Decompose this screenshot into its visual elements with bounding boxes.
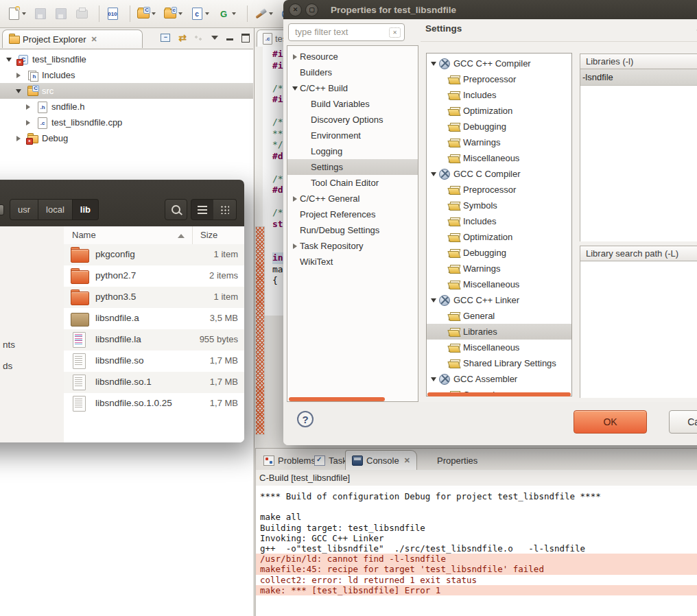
settings-node-miscellaneous[interactable]: Miscellaneous bbox=[427, 150, 571, 166]
breadcrumb-local[interactable]: local bbox=[38, 199, 73, 220]
view-menu-icon[interactable] bbox=[211, 36, 218, 40]
tab-project-explorer[interactable]: Project Explorer ✕ bbox=[2, 29, 143, 48]
category-run-debug-settings[interactable]: Run/Debug Settings bbox=[287, 222, 418, 238]
category-discovery-options[interactable]: Discovery Options bbox=[287, 112, 418, 128]
file-row-libsndfile-so[interactable]: libsndfile.so1,7 MB bbox=[64, 351, 244, 372]
sidebar-item[interactable]: nts bbox=[3, 340, 15, 350]
tree-arrow-icon[interactable] bbox=[14, 89, 23, 93]
tree-item-debug[interactable]: xDebug bbox=[0, 130, 253, 146]
search-button[interactable] bbox=[165, 199, 187, 220]
settings-node-warnings[interactable]: Warnings bbox=[427, 134, 571, 150]
tree-item-test-libsndfile[interactable]: Cxtest_libsndfile bbox=[0, 51, 253, 67]
category-tool-chain-editor[interactable]: Tool Chain Editor bbox=[287, 175, 418, 191]
settings-node-gcc-assembler[interactable]: GCC Assembler bbox=[427, 371, 571, 387]
category-task-repository[interactable]: Task Repository bbox=[287, 238, 418, 254]
settings-node-general[interactable]: General bbox=[427, 308, 571, 324]
breadcrumb-lib[interactable]: lib bbox=[73, 199, 99, 220]
tree-arrow-icon[interactable] bbox=[428, 377, 439, 381]
minimize-icon[interactable] bbox=[226, 38, 233, 40]
link-with-editor-icon[interactable]: ⇄ bbox=[178, 32, 185, 43]
category-wikitext[interactable]: WikiText bbox=[287, 254, 418, 270]
column-name[interactable]: Name bbox=[72, 230, 96, 240]
column-size[interactable]: Size bbox=[200, 230, 217, 240]
settings-node-includes[interactable]: Includes bbox=[427, 87, 571, 103]
settings-node-gcc-c-linker[interactable]: GCC C++ Linker bbox=[427, 292, 571, 308]
settings-node-debugging[interactable]: Debugging bbox=[427, 119, 571, 134]
left-tree-hscrollbar[interactable] bbox=[289, 397, 385, 401]
settings-node-miscellaneous[interactable]: Miscellaneous bbox=[427, 276, 571, 292]
tree-item-test-libsndfile-cpp[interactable]: .ctest_libsndfile.cpp bbox=[0, 115, 253, 130]
new-cpp-project-button[interactable]: C bbox=[135, 5, 158, 22]
library-entry[interactable]: -lsndfile bbox=[580, 69, 697, 86]
new-wizard-dropdown-icon[interactable] bbox=[22, 12, 26, 15]
debug-configurations-button[interactable]: G bbox=[215, 5, 238, 22]
ok-button[interactable]: OK bbox=[574, 410, 647, 434]
settings-node-optimization[interactable]: Optimization bbox=[427, 103, 571, 119]
dialog-titlebar[interactable]: ✕ ▢ Properties for test_libsndfile bbox=[283, 0, 697, 19]
new-cpp-project-dropdown-icon[interactable] bbox=[152, 12, 156, 15]
category-build-variables[interactable]: Build Variables bbox=[287, 96, 418, 112]
binary-counter-button[interactable]: 010 bbox=[104, 5, 121, 22]
filter-input[interactable] bbox=[294, 26, 386, 38]
search-path-list[interactable] bbox=[580, 261, 697, 398]
settings-node-warnings[interactable]: Warnings bbox=[427, 261, 571, 276]
maximize-icon[interactable] bbox=[241, 34, 250, 43]
window-maximize-icon[interactable]: ▢ bbox=[305, 3, 318, 16]
category-environment[interactable]: Environment bbox=[287, 128, 418, 143]
category-c-c-build[interactable]: C/C++ Build bbox=[287, 80, 418, 96]
file-row-libsndfile-a[interactable]: libsndfile.a3,5 MB bbox=[64, 308, 244, 329]
file-row-python2-7[interactable]: python2.72 items bbox=[64, 265, 244, 287]
console-output[interactable]: **** Build of configuration Debug for pr… bbox=[256, 486, 697, 616]
settings-node-symbols[interactable]: Symbols bbox=[427, 198, 571, 213]
tree-arrow-icon[interactable] bbox=[23, 104, 33, 110]
tree-arrow-icon[interactable] bbox=[290, 54, 300, 60]
settings-node-libraries[interactable]: Libraries bbox=[427, 324, 571, 340]
help-button[interactable]: ? bbox=[297, 411, 314, 427]
list-view-button[interactable] bbox=[191, 199, 214, 220]
cancel-button[interactable]: Cancel bbox=[669, 410, 697, 434]
tree-arrow-icon[interactable] bbox=[14, 136, 23, 141]
disk-icon[interactable] bbox=[0, 204, 4, 215]
category-resource[interactable]: Resource bbox=[287, 49, 418, 64]
settings-node-preprocessor[interactable]: Preprocessor bbox=[427, 182, 571, 198]
tab-close-icon[interactable]: ✕ bbox=[404, 456, 410, 465]
debug-configurations-dropdown-icon[interactable] bbox=[232, 12, 236, 15]
tree-arrow-icon[interactable] bbox=[4, 58, 14, 62]
filter-field[interactable]: ✕ bbox=[288, 23, 405, 41]
tree-item-sndfile-h[interactable]: .hsndfile.h bbox=[0, 99, 253, 115]
new-c-project-button[interactable]: c bbox=[162, 5, 185, 22]
category-builders[interactable]: Builders bbox=[287, 64, 418, 80]
window-close-icon[interactable]: ✕ bbox=[289, 3, 302, 16]
category-project-references[interactable]: Project References bbox=[287, 206, 418, 222]
tree-arrow-icon[interactable] bbox=[428, 172, 439, 176]
settings-node-preprocessor[interactable]: Preprocessor bbox=[427, 71, 571, 87]
tree-item-includes[interactable]: hIncludes bbox=[0, 67, 253, 83]
file-row-libsndfile-so-1-0-25[interactable]: libsndfile.so.1.0.251,7 MB bbox=[64, 393, 244, 414]
category-settings[interactable]: Settings bbox=[287, 159, 418, 175]
sidebar-item[interactable]: ds bbox=[3, 361, 12, 371]
build-dropdown-icon[interactable] bbox=[269, 12, 273, 15]
settings-node-optimization[interactable]: Optimization bbox=[427, 229, 571, 245]
tree-arrow-icon[interactable] bbox=[428, 62, 439, 66]
settings-node-gcc-c-compiler[interactable]: GCC C++ Compiler bbox=[427, 56, 571, 71]
file-row-pkgconfig[interactable]: pkgconfig1 item bbox=[64, 244, 244, 265]
tree-arrow-icon[interactable] bbox=[290, 244, 300, 249]
tree-arrow-icon[interactable] bbox=[23, 120, 33, 126]
category-logging[interactable]: Logging bbox=[287, 143, 418, 159]
console-tab-properties[interactable]: Properties bbox=[418, 451, 484, 470]
new-c-file-button[interactable]: c bbox=[189, 5, 211, 22]
new-c-file-dropdown-icon[interactable] bbox=[205, 12, 209, 15]
new-c-project-dropdown-icon[interactable] bbox=[178, 12, 182, 15]
tree-arrow-icon[interactable] bbox=[428, 298, 439, 303]
tree-item-src[interactable]: Csrc bbox=[0, 83, 253, 99]
settings-node-includes[interactable]: Includes bbox=[427, 213, 571, 229]
grid-view-button[interactable] bbox=[213, 199, 237, 220]
settings-tree-hscrollbar[interactable] bbox=[427, 392, 571, 396]
libraries-list[interactable]: -lsndfile bbox=[580, 69, 697, 241]
collapse-all-icon[interactable]: − bbox=[161, 34, 170, 42]
console-tab-console[interactable]: Console✕ bbox=[345, 450, 417, 471]
new-wizard-button[interactable] bbox=[5, 5, 28, 22]
settings-node-shared-library-settings[interactable]: Shared Library Settings bbox=[427, 355, 571, 371]
file-row-libsndfile-la[interactable]: libsndfile.la955 bytes bbox=[64, 329, 244, 351]
file-row-libsndfile-so-1[interactable]: libsndfile.so.11,7 MB bbox=[64, 372, 244, 393]
